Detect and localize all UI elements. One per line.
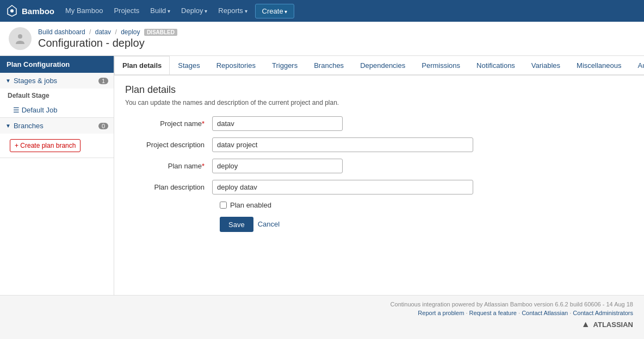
tab-audit-log[interactable]: Audit log: [629, 56, 644, 74]
breadcrumb-sep-2: /: [115, 28, 116, 36]
footer-request-feature[interactable]: Request a feature: [469, 310, 517, 316]
breadcrumb-sep-1: /: [89, 28, 91, 36]
tab-miscellaneous[interactable]: Miscellaneous: [568, 56, 629, 74]
tab-dependencies[interactable]: Dependencies: [352, 56, 413, 74]
project-name-row: Project name*: [125, 116, 644, 131]
nav-deploy[interactable]: Deploy: [176, 0, 213, 22]
form-buttons: Save Cancel: [125, 217, 644, 232]
tab-branches[interactable]: Branches: [306, 56, 352, 74]
nav-projects[interactable]: Projects: [108, 0, 145, 22]
default-stage-header: Default Stage: [0, 89, 114, 103]
breadcrumb: Build dashboard / datav / deploy DISABLE…: [38, 28, 177, 36]
plan-name-label: Plan name*: [125, 162, 212, 170]
svg-point-3: [18, 34, 22, 39]
sidebar-heading: Plan Configuration: [0, 56, 114, 73]
atlassian-text: ATLASSIAN: [593, 321, 633, 329]
save-button[interactable]: Save: [220, 217, 253, 232]
stages-arrow-icon: ▼: [5, 78, 11, 84]
sidebar-section-branches: ▼ Branches 0 + Create plan branch: [0, 118, 114, 158]
footer-contact-atlassian[interactable]: Contact Atlassian: [522, 310, 568, 316]
cancel-link[interactable]: Cancel: [258, 217, 280, 232]
branches-label: Branches: [14, 122, 44, 130]
breadcrumb-content: Build dashboard / datav / deploy DISABLE…: [38, 28, 177, 49]
plan-enabled-label[interactable]: Plan enabled: [230, 201, 271, 209]
job-icon: ☰: [13, 106, 22, 114]
plan-description-label: Plan description: [125, 183, 212, 191]
top-navigation: Bamboo My Bamboo Projects Build Deploy R…: [0, 0, 644, 22]
branches-arrow-icon: ▼: [5, 123, 11, 129]
tab-plan-details[interactable]: Plan details: [114, 56, 170, 76]
logo-text: Bamboo: [22, 7, 54, 16]
stages-badge: 1: [98, 78, 108, 84]
plan-enabled-row: Plan enabled: [125, 201, 644, 209]
footer-contact-admins[interactable]: Contact Administrators: [573, 310, 633, 316]
create-button[interactable]: Create: [255, 4, 295, 18]
atlassian-icon: ▲: [581, 319, 590, 329]
sidebar-section-stages: ▼ Stages & jobs 1 Default Stage ☰ Defaul…: [0, 73, 114, 118]
form-title: Plan details: [125, 84, 644, 96]
project-name-label: Project name*: [125, 120, 212, 128]
plan-enabled-checkbox[interactable]: [220, 202, 227, 209]
project-description-label: Project description: [125, 141, 212, 149]
nav-build[interactable]: Build: [145, 0, 176, 22]
tab-repositories[interactable]: Repositories: [208, 56, 264, 74]
nav-my-bamboo[interactable]: My Bamboo: [60, 0, 108, 22]
project-name-input[interactable]: [212, 116, 343, 131]
tab-notifications[interactable]: Notifications: [468, 56, 523, 74]
project-description-input[interactable]: [212, 137, 473, 152]
tab-triggers[interactable]: Triggers: [264, 56, 306, 74]
sidebar: Plan Configuration ▼ Stages & jobs 1 Def…: [0, 56, 114, 295]
sidebar-item-default-job[interactable]: ☰ Default Job: [0, 103, 114, 117]
branches-badge: 0: [98, 123, 108, 129]
project-description-row: Project description: [125, 137, 644, 152]
tabs-bar: Plan details Stages Repositories Trigger…: [114, 56, 644, 76]
footer: Continuous integration powered by Atlass…: [0, 295, 644, 335]
breadcrumb-area: Build dashboard / datav / deploy DISABLE…: [0, 22, 644, 56]
form-description: You can update the names and description…: [125, 99, 644, 106]
plan-description-input[interactable]: [212, 180, 473, 194]
breadcrumb-deploy[interactable]: deploy: [121, 28, 140, 36]
sidebar-stages-header[interactable]: ▼ Stages & jobs 1: [0, 73, 114, 89]
required-star-plan: *: [202, 162, 205, 170]
disabled-badge: DISABLED: [144, 29, 177, 36]
breadcrumb-build-dashboard[interactable]: Build dashboard: [38, 28, 85, 36]
main-layout: Plan Configuration ▼ Stages & jobs 1 Def…: [0, 56, 644, 295]
required-star-project: *: [202, 120, 205, 128]
plan-name-input[interactable]: [212, 159, 343, 173]
stages-label: Stages & jobs: [14, 77, 57, 85]
plan-icon: [9, 27, 32, 50]
plan-name-row: Plan name*: [125, 159, 644, 173]
bamboo-logo[interactable]: Bamboo: [5, 4, 54, 17]
tab-permissions[interactable]: Permissions: [413, 56, 468, 74]
create-plan-branch-button[interactable]: + Create plan branch: [10, 139, 81, 152]
tab-variables[interactable]: Variables: [523, 56, 568, 74]
svg-point-1: [10, 9, 14, 12]
footer-powered-by: Continuous integration powered by Atlass…: [11, 301, 633, 307]
breadcrumb-datav[interactable]: datav: [95, 28, 111, 36]
page-title: Configuration - deploy: [38, 37, 177, 49]
plan-description-row: Plan description: [125, 180, 644, 194]
tab-stages[interactable]: Stages: [170, 56, 208, 74]
nav-reports[interactable]: Reports: [213, 0, 252, 22]
plan-details-form: Plan details You can update the names an…: [114, 76, 644, 241]
atlassian-logo: ▲ ATLASSIAN: [11, 319, 633, 329]
content-area: Plan details Stages Repositories Trigger…: [114, 56, 644, 295]
sidebar-branches-header[interactable]: ▼ Branches 0: [0, 118, 114, 134]
footer-report-problem[interactable]: Report a problem: [418, 310, 464, 316]
